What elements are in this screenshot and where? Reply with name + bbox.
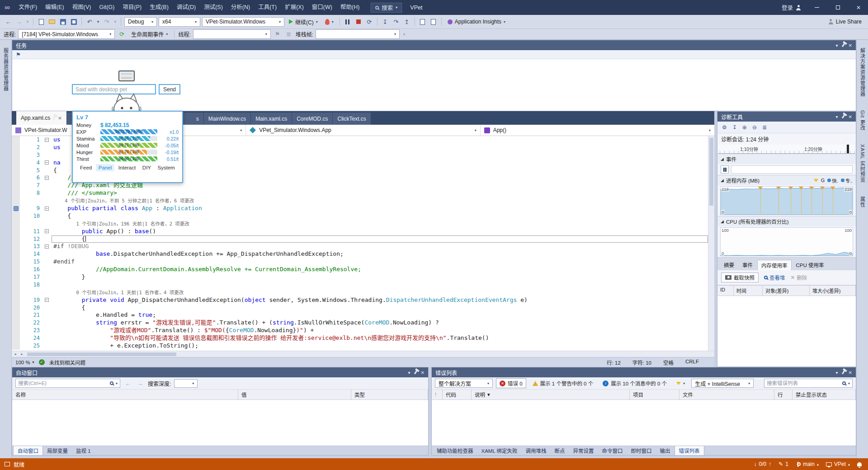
autohide-tab-服务器资源管理器[interactable]: 服务器资源管理器 bbox=[2, 42, 9, 97]
errors-grid[interactable] bbox=[432, 400, 856, 446]
code-line-9[interactable]: 9− public partial class App : Applicatio… bbox=[12, 205, 708, 212]
comment-icon[interactable] bbox=[429, 17, 438, 26]
menu-item-调试(D)[interactable]: 调试(D) bbox=[173, 0, 200, 15]
startup-project-combo[interactable]: VPet-Simulator.Windows▾ bbox=[202, 17, 284, 27]
code-line-20[interactable]: 20 { bbox=[12, 304, 708, 312]
notifications-button[interactable] bbox=[857, 462, 862, 466]
bottom-tab-命令窗口[interactable]: 命令窗口 bbox=[598, 446, 627, 455]
autohide-tab-XAML 实时预览[interactable]: XAML 实时预览 bbox=[859, 139, 866, 188]
code-line-13[interactable]: 13−#if !DEBUG bbox=[12, 243, 708, 250]
cpu-section-header[interactable]: ◢ CPU (所有处理器的百分比) bbox=[717, 216, 856, 226]
diag-col-堆大小(差异)[interactable]: 堆大小(差异) bbox=[810, 286, 856, 296]
menu-item-窗口(W)[interactable]: 窗口(W) bbox=[308, 0, 336, 15]
pet-send-button[interactable]: Send bbox=[159, 84, 180, 94]
search-box[interactable]: 搜索 ▾ bbox=[371, 3, 402, 13]
codelens-row[interactable]: 1 个引用|ZouJin，196 天前|1 名作者，2 项更改 bbox=[12, 220, 708, 228]
toolbar-overflow-icon[interactable]: ▾ bbox=[402, 30, 406, 39]
errors-search[interactable]: ▾ bbox=[764, 379, 853, 388]
horizontal-scrollbar[interactable]: ◂ ▸ bbox=[12, 351, 714, 357]
git-sync-button[interactable]: ↓ 0/0 ↑ bbox=[754, 461, 772, 467]
doc-tab-MainWindow.cs[interactable]: MainWindow.cs bbox=[204, 113, 250, 125]
hot-reload-button[interactable]: ▾ bbox=[322, 17, 336, 27]
member-dropdown[interactable]: App() ▾ bbox=[481, 125, 714, 136]
bottom-tab-XAML 绑定失败[interactable]: XAML 绑定失败 bbox=[477, 446, 522, 455]
scrollbar-thumb[interactable] bbox=[709, 138, 713, 206]
close-icon[interactable]: ✕ bbox=[849, 370, 852, 375]
type-dropdown[interactable]: VPet_Simulator.Windows.App ▾ bbox=[246, 125, 480, 136]
step-over-icon[interactable]: ↷ bbox=[392, 17, 401, 26]
code-line-23[interactable]: 23 "游戏或者MOD".Translate() : $"MOD({CoreMO… bbox=[12, 327, 708, 334]
autohide-tab-Git 更改[interactable]: Git 更改 bbox=[859, 105, 866, 136]
code-line-18[interactable]: 18 bbox=[12, 281, 708, 289]
bottom-tab-输出[interactable]: 输出 bbox=[656, 446, 675, 455]
window-menu-icon[interactable]: ▾ bbox=[836, 370, 838, 375]
fold-toggle[interactable]: − bbox=[45, 298, 49, 302]
filter-button[interactable]: ▾ bbox=[673, 381, 688, 386]
menu-item-生成(B)[interactable]: 生成(B) bbox=[146, 0, 173, 15]
code-line-8[interactable]: 8 /// </summary> bbox=[12, 189, 708, 197]
pin-icon[interactable] bbox=[842, 115, 845, 118]
indent-mode[interactable]: 空格 bbox=[663, 359, 674, 366]
fold-toggle[interactable]: − bbox=[45, 229, 49, 233]
autos-col-值[interactable]: 值 bbox=[238, 390, 351, 400]
frames-icon[interactable]: ≣ bbox=[284, 30, 293, 39]
search-input[interactable] bbox=[18, 381, 108, 386]
errors-titlebar[interactable]: 错误列表 ▾ ✕ bbox=[432, 367, 856, 377]
bottom-tab-自动窗口[interactable]: 自动窗口 bbox=[13, 446, 43, 456]
menu-item-编辑(E)[interactable]: 编辑(E) bbox=[41, 0, 68, 15]
warnings-filter-button[interactable]: 展示 1 个警告中的 0 个 bbox=[529, 379, 597, 388]
configuration-combo[interactable]: Debug▾ bbox=[124, 17, 157, 27]
view-heap-button[interactable]: 查看堆 bbox=[764, 274, 785, 281]
settings-gear-icon[interactable]: ⚙ bbox=[722, 124, 727, 131]
legend-专..[interactable]: 专.. bbox=[841, 177, 853, 184]
doc-tab-ClickText.cs[interactable]: ClickText.cs bbox=[333, 113, 370, 125]
pet-tab-Panel[interactable]: Panel bbox=[96, 164, 114, 171]
close-icon[interactable]: ✕ bbox=[849, 43, 852, 48]
platform-combo[interactable]: x64▾ bbox=[159, 17, 200, 27]
events-section-header[interactable]: ◢ 事件 bbox=[717, 154, 856, 164]
code-line-17[interactable]: 17 } bbox=[12, 273, 708, 281]
code-line-21[interactable]: 21 e.Handled = true; bbox=[12, 311, 708, 319]
legend-快.[interactable]: 快. bbox=[827, 177, 838, 184]
bottom-tab-即时窗口[interactable]: 即时窗口 bbox=[627, 446, 656, 455]
pause-collection-button[interactable] bbox=[721, 165, 729, 174]
menu-item-项目(P)[interactable]: 项目(P) bbox=[118, 0, 146, 15]
autohide-tab-解决方案资源管理器[interactable]: 解决方案资源管理器 bbox=[859, 42, 866, 102]
pet-tab-Feed[interactable]: Feed bbox=[77, 164, 94, 171]
pet-tab-DIY[interactable]: DIY bbox=[140, 164, 154, 171]
pin-icon[interactable] bbox=[842, 371, 845, 374]
errors-col-禁止显示状态[interactable]: 禁止显示状态 bbox=[793, 390, 856, 400]
stack-frame-combo[interactable]: ▾ bbox=[316, 29, 400, 39]
pin-icon[interactable] bbox=[52, 116, 56, 120]
zoom-combo[interactable]: 100 % ▾ bbox=[15, 360, 34, 365]
take-snapshot-button[interactable]: 截取快照 bbox=[721, 273, 759, 282]
code-line-15[interactable]: 15#endif bbox=[12, 258, 708, 266]
diag-tab-摘要[interactable]: 摘要 bbox=[720, 260, 738, 270]
stop-debug-icon[interactable] bbox=[354, 17, 363, 26]
errors-col-文件[interactable]: 文件 bbox=[679, 390, 774, 400]
menu-item-Git(G)[interactable]: Git(G) bbox=[95, 0, 118, 15]
autohide-tab-属性[interactable]: 属性 bbox=[859, 191, 866, 213]
code-line-14[interactable]: 14 base.DispatcherUnhandledException += … bbox=[12, 250, 708, 258]
vertical-scrollbar[interactable] bbox=[708, 136, 714, 351]
bottom-tab-错误列表[interactable]: 错误列表 bbox=[675, 446, 704, 456]
close-icon[interactable]: ✕ bbox=[849, 114, 852, 119]
diag-tab-CPU 使用率[interactable]: CPU 使用率 bbox=[793, 260, 828, 270]
undo-dropdown-icon[interactable]: ▾ bbox=[96, 17, 100, 26]
search-input[interactable] bbox=[767, 381, 840, 386]
redo-dropdown-icon[interactable]: ▾ bbox=[113, 17, 118, 26]
reset-view-icon[interactable]: ≣ bbox=[762, 124, 767, 131]
errors-col-行[interactable]: 行 bbox=[774, 390, 793, 400]
step-out-icon[interactable]: ↥ bbox=[402, 17, 411, 26]
code-line-22[interactable]: 22 string errstr = "游戏发生错误,可能是".Translat… bbox=[12, 319, 708, 327]
diag-timeline-ruler[interactable]: 1:10分钟1:20分钟 bbox=[718, 145, 855, 154]
menu-item-帮助(H)[interactable]: 帮助(H) bbox=[336, 0, 363, 15]
undo-icon[interactable]: ↶ bbox=[85, 17, 94, 26]
funnel-icon[interactable] bbox=[814, 179, 818, 182]
cursor-line[interactable]: 行: 12 bbox=[607, 359, 621, 366]
navigate-back-icon[interactable]: ← bbox=[4, 17, 13, 26]
diag-tab-内存使用率[interactable]: 内存使用率 bbox=[757, 260, 792, 270]
redo-icon[interactable]: ↷ bbox=[102, 17, 111, 26]
minimize-button[interactable] bbox=[807, 0, 826, 15]
doc-tab-App.xaml.cs[interactable]: App.xaml.cs✕ bbox=[16, 111, 66, 125]
